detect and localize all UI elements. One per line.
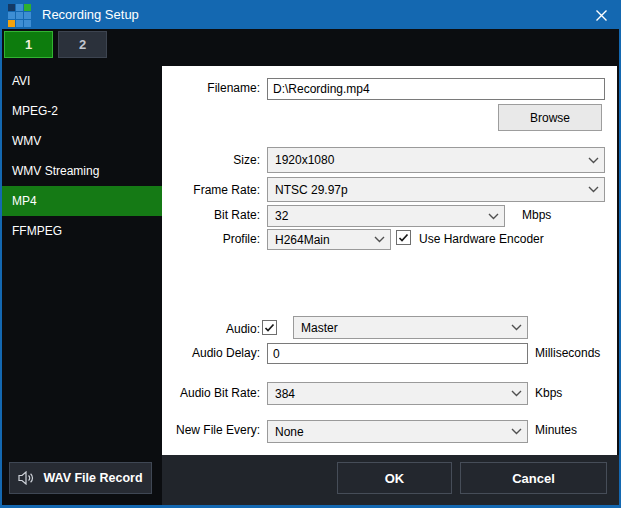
chevron-down-icon (505, 390, 527, 397)
app-logo-icon (8, 4, 33, 29)
profile-select[interactable]: H264Main (267, 229, 391, 250)
bit-rate-value: 32 (268, 209, 482, 223)
format-list: AVI MPEG-2 WMV WMV Streaming MP4 FFMPEG (2, 66, 162, 246)
close-button[interactable] (589, 4, 613, 26)
tab-2[interactable]: 2 (58, 31, 107, 58)
recording-setup-window: Recording Setup 1 2 AVI MPEG-2 WMV WMV S… (0, 0, 621, 508)
format-item-wmv[interactable]: WMV (2, 126, 162, 156)
close-icon (595, 9, 608, 22)
bit-rate-select[interactable]: 32 (267, 205, 505, 227)
bit-rate-unit: Mbps (522, 208, 551, 222)
audio-checkbox[interactable] (262, 320, 277, 335)
frame-rate-value: NTSC 29.97p (268, 183, 582, 197)
format-item-mp4[interactable]: MP4 (2, 186, 162, 216)
chevron-down-icon (482, 213, 504, 220)
wav-file-record-label: WAV File Record (43, 471, 142, 485)
hardware-encoder-label: Use Hardware Encoder (419, 232, 544, 246)
size-label: Size: (162, 153, 260, 167)
size-value: 1920x1080 (268, 153, 582, 167)
audio-bit-rate-unit: Kbps (535, 386, 562, 400)
size-select[interactable]: 1920x1080 (267, 147, 605, 173)
profile-label: Profile: (162, 232, 260, 246)
cancel-button[interactable]: Cancel (460, 462, 607, 494)
settings-panel: Filename: Browse Size: 1920x1080 Frame R… (162, 66, 617, 455)
window-title: Recording Setup (42, 7, 139, 22)
format-item-ffmpeg[interactable]: FFMPEG (2, 216, 162, 246)
audio-label: Audio: (162, 322, 260, 336)
chevron-down-icon (582, 186, 604, 193)
new-file-every-select[interactable]: None (267, 420, 528, 443)
ok-button[interactable]: OK (337, 462, 452, 494)
audio-delay-input[interactable] (267, 343, 528, 364)
bit-rate-label: Bit Rate: (162, 208, 260, 222)
audio-source-select[interactable]: Master (293, 316, 528, 339)
check-icon (264, 323, 275, 333)
chevron-down-icon (505, 428, 527, 435)
new-file-every-label: New File Every: (162, 423, 260, 437)
frame-rate-label: Frame Rate: (162, 183, 260, 197)
new-file-every-value: None (268, 425, 505, 439)
hardware-encoder-checkbox[interactable] (396, 230, 411, 245)
new-file-every-unit: Minutes (535, 423, 577, 437)
audio-bit-rate-value: 384 (268, 387, 505, 401)
audio-delay-unit: Milliseconds (535, 346, 600, 360)
wav-file-record-button[interactable]: WAV File Record (9, 462, 152, 494)
chevron-down-icon (582, 157, 604, 164)
audio-delay-label: Audio Delay: (162, 346, 260, 360)
format-item-wmv-streaming[interactable]: WMV Streaming (2, 156, 162, 186)
profile-value: H264Main (268, 233, 368, 247)
check-icon (398, 233, 409, 243)
browse-button[interactable]: Browse (498, 104, 602, 131)
chevron-down-icon (368, 236, 390, 243)
filename-label: Filename: (162, 81, 260, 95)
audio-source-value: Master (294, 321, 505, 335)
format-item-mpeg2[interactable]: MPEG-2 (2, 96, 162, 126)
filename-input[interactable] (267, 78, 605, 100)
speaker-icon (18, 471, 34, 485)
tab-1[interactable]: 1 (4, 31, 53, 58)
format-item-avi[interactable]: AVI (2, 66, 162, 96)
audio-bit-rate-select[interactable]: 384 (267, 382, 528, 405)
audio-bit-rate-label: Audio Bit Rate: (162, 386, 260, 400)
frame-rate-select[interactable]: NTSC 29.97p (267, 177, 605, 202)
chevron-down-icon (505, 324, 527, 331)
titlebar[interactable]: Recording Setup (0, 0, 621, 29)
